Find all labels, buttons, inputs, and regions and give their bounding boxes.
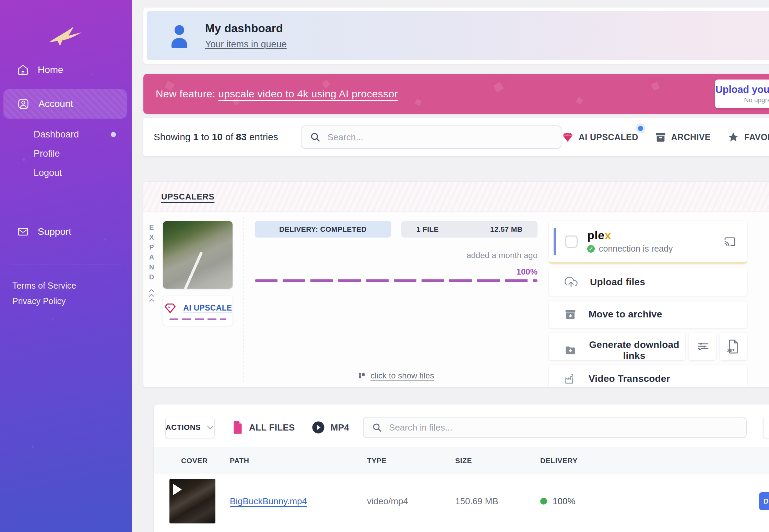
filter-label: FAVORITES: [744, 132, 769, 142]
filter-all-files[interactable]: ALL FILES: [232, 421, 295, 434]
files-count: 1 FILE: [416, 225, 439, 233]
plex-checkbox[interactable]: [565, 235, 578, 248]
sidebar-item-support[interactable]: Support: [0, 221, 132, 243]
entries-toolbar: Showing 1 to 10 of 83 entries AI: [143, 118, 769, 156]
showing-to: 10: [212, 132, 223, 142]
actions-column: plex ✓ connection is ready: [549, 221, 747, 387]
plex-info: plex ✓ connection is ready: [587, 229, 673, 254]
notification-dot: [638, 126, 643, 131]
upload-button-title: Upload your own videos: [715, 84, 769, 95]
zip-label: ZIP: [727, 348, 734, 353]
mail-icon: [17, 226, 29, 238]
privacy-policy-link[interactable]: Privacy Policy: [12, 296, 132, 306]
paper-plane-logo[interactable]: [48, 24, 82, 49]
terms-of-service-link[interactable]: Terms of Service: [12, 281, 132, 291]
sidebar-item-label: Profile: [34, 148, 60, 159]
sidebar-item-account[interactable]: Account: [3, 89, 127, 119]
generate-links-row: Generate download links ZIP: [549, 328, 747, 360]
active-indicator-dot: [111, 132, 116, 137]
action-label: Video Transcoder: [589, 373, 670, 384]
files-search-box: [363, 417, 747, 438]
chevron-up-icon: [148, 289, 155, 302]
upscalers-card: UPSCALERS EXPAND: [143, 182, 769, 387]
download-button[interactable]: DOWNLOAD: [759, 492, 769, 510]
move-to-archive-button[interactable]: Move to archive: [549, 301, 747, 328]
plex-logo: plex: [587, 229, 673, 241]
banner-gem-decoration: [492, 76, 506, 95]
folder-download-icon: [564, 344, 577, 356]
ai-upscale-link[interactable]: AI UPSCALE: [183, 303, 232, 313]
banner-text: New feature: upscale video to 4k using A…: [156, 88, 398, 100]
added-timestamp: added a month ago: [255, 251, 537, 260]
showing-to-word: to: [201, 132, 209, 142]
search-box: [301, 125, 561, 149]
play-icon: [173, 484, 182, 495]
download-settings-button[interactable]: [689, 333, 716, 360]
upload-own-videos-button[interactable]: Upload your own videos No upgrade needed: [715, 80, 769, 108]
file-path-link[interactable]: BigBuckBunny.mp4: [230, 496, 367, 507]
files-toolbar: ACTIONS ALL FILES MP4: [154, 404, 769, 438]
sidebar-item-profile[interactable]: Profile: [0, 144, 132, 163]
table-header-row: COVER PATH TYPE SIZE DELIVERY: [154, 447, 769, 474]
sidebar: Home Account Dashboard Profile Logout: [0, 0, 132, 532]
cast-icon[interactable]: [723, 236, 737, 247]
chevron-down-icon: [206, 425, 214, 430]
filter-buttons: AI UPSCALED ARCHIVE FAVORITES: [561, 131, 769, 143]
filter-ai-upscaled[interactable]: AI UPSCALED: [561, 131, 638, 143]
upload-files-button[interactable]: Upload files: [549, 268, 747, 296]
plex-accent-bar: [554, 228, 556, 255]
column-header-type: TYPE: [367, 457, 455, 465]
search-icon: [372, 422, 382, 433]
expand-control-left[interactable]: EXPAND: [147, 223, 155, 302]
showing-entries-word: entries: [249, 132, 278, 142]
pink-file-icon: [232, 421, 244, 434]
download-zip-button[interactable]: ZIP: [720, 333, 747, 360]
column-header-cover: COVER: [169, 457, 230, 465]
sidebar-item-label: Support: [38, 226, 71, 237]
filter-archive[interactable]: ARCHIVE: [655, 131, 711, 143]
user-circle-icon: [17, 98, 29, 110]
plex-logo-x: x: [605, 229, 611, 242]
play-circle-icon: [311, 421, 325, 434]
file-cover-thumbnail[interactable]: [169, 479, 215, 523]
items-in-queue-link[interactable]: Your items in queue: [205, 39, 287, 50]
total-size: 12.57 MB: [490, 225, 522, 233]
gem-outline-icon: [163, 302, 177, 314]
banner-gem-decoration: [649, 77, 663, 94]
upscalers-title-link[interactable]: UPSCALERS: [161, 192, 214, 202]
actions-dropdown-button[interactable]: ACTIONS: [165, 417, 215, 438]
sidebar-item-logout[interactable]: Logout: [0, 163, 132, 182]
column-header-size: SIZE: [455, 457, 540, 465]
files-table-card: ACTIONS ALL FILES MP4: [154, 404, 769, 532]
sidebar-item-label: Logout: [34, 168, 62, 178]
app-root: Home Account Dashboard Profile Logout: [0, 0, 769, 532]
user-icon: [168, 23, 191, 49]
ai-upscale-card: AI UPSCALE: [163, 296, 233, 326]
ai-upscale-progress-dashes: [169, 318, 226, 320]
upscale-feature-link[interactable]: upscale video to 4k using AI processor: [218, 88, 398, 99]
new-feature-banner: New feature: upscale video to 4k using A…: [143, 74, 769, 114]
show-files-link[interactable]: click to show files: [255, 371, 537, 380]
banner-prefix: New feature:: [156, 88, 218, 99]
showing-from: 1: [193, 132, 199, 142]
video-transcoder-button[interactable]: Video Transcoder: [549, 365, 747, 387]
page-title: My dashboard: [205, 22, 287, 35]
filter-favorites[interactable]: FAVORITES: [727, 131, 769, 143]
filter-mp4[interactable]: MP4: [311, 421, 349, 434]
sidebar-item-home[interactable]: Home: [0, 59, 132, 81]
columns-icon: [358, 372, 366, 379]
progress-bar: [255, 279, 537, 282]
file-size: 150.69 MB: [455, 496, 540, 507]
per-page-dropdown-button[interactable]: PER PAGE: [763, 417, 769, 438]
files-search-input[interactable]: [389, 422, 738, 433]
showing-of-word: of: [225, 132, 233, 142]
sidebar-item-dashboard[interactable]: Dashboard: [0, 125, 132, 144]
video-thumbnail[interactable]: [163, 221, 233, 289]
home-icon: [17, 64, 29, 76]
search-input[interactable]: [328, 132, 553, 143]
gem-icon: [561, 131, 574, 143]
generate-download-links-button[interactable]: Generate download links: [549, 333, 685, 360]
showing-entries-text: Showing 1 to 10 of 83 entries: [154, 132, 278, 143]
per-page-label: PER PAGE: [764, 419, 769, 436]
upscalers-body: EXPAND AI UPSCALE: [143, 212, 769, 387]
